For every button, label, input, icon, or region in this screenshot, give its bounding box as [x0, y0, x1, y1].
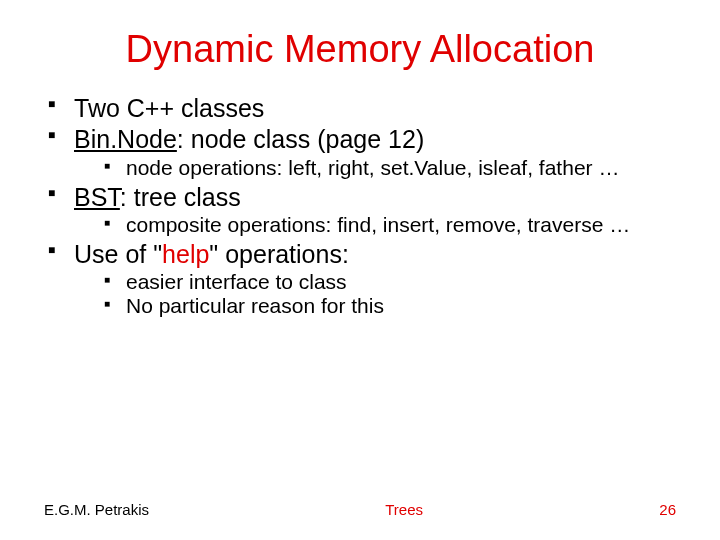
- slide: Dynamic Memory Allocation Two C++ classe…: [0, 0, 720, 540]
- sub-bullet-text: node operations: left, right, set.Value,…: [126, 156, 619, 179]
- bullet-item: BST: tree class composite operations: fi…: [48, 182, 676, 237]
- sub-bullet-list: easier interface to class No particular …: [74, 270, 676, 318]
- sub-bullet-item: easier interface to class: [104, 270, 676, 294]
- footer-page-number: 26: [659, 501, 676, 518]
- sub-bullet-text: composite operations: find, insert, remo…: [126, 213, 630, 236]
- bullet-text-underline: Bin.Node: [74, 125, 177, 153]
- slide-title: Dynamic Memory Allocation: [44, 28, 676, 71]
- sub-bullet-text: easier interface to class: [126, 270, 347, 293]
- footer-topic: Trees: [385, 501, 423, 518]
- sub-bullet-item: No particular reason for this: [104, 294, 676, 318]
- bullet-item: Two C++ classes: [48, 93, 676, 124]
- sub-bullet-text: No particular reason for this: [126, 294, 384, 317]
- footer-author: E.G.M. Petrakis: [44, 501, 149, 518]
- bullet-item: Bin.Node: node class (page 12) node oper…: [48, 124, 676, 179]
- sub-bullet-list: node operations: left, right, set.Value,…: [74, 156, 676, 180]
- bullet-text-emphasis: help: [162, 240, 209, 268]
- bullet-text-underline: BST: [74, 183, 120, 211]
- slide-footer: E.G.M. Petrakis Trees 26: [0, 501, 720, 518]
- bullet-text: Two C++ classes: [74, 94, 264, 122]
- sub-bullet-list: composite operations: find, insert, remo…: [74, 213, 676, 237]
- bullet-item: Use of "help" operations: easier interfa…: [48, 239, 676, 319]
- bullet-text: : tree class: [120, 183, 241, 211]
- sub-bullet-item: node operations: left, right, set.Value,…: [104, 156, 676, 180]
- bullet-text: Use of ": [74, 240, 162, 268]
- bullet-text: " operations:: [209, 240, 349, 268]
- bullet-list: Two C++ classes Bin.Node: node class (pa…: [44, 93, 676, 319]
- sub-bullet-item: composite operations: find, insert, remo…: [104, 213, 676, 237]
- bullet-text: : node class (page 12): [177, 125, 424, 153]
